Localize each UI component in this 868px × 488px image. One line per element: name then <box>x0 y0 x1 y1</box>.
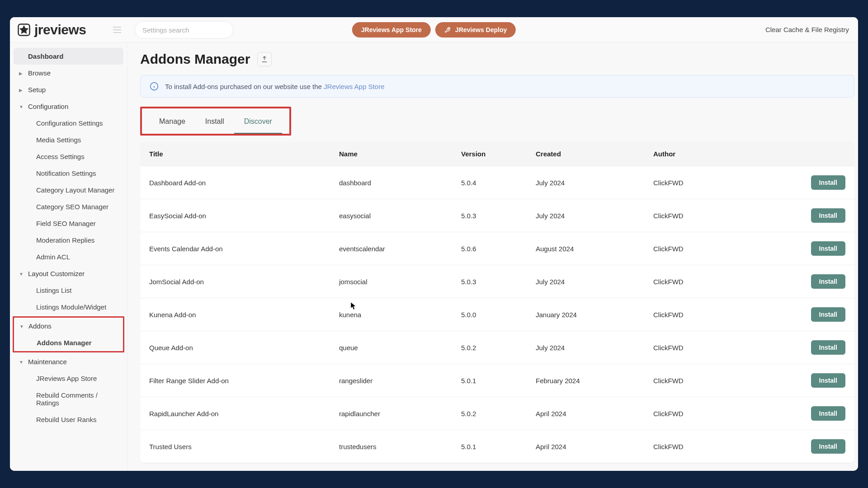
cell-name: rapidlauncher <box>339 410 461 418</box>
cell-action: Install <box>753 340 845 355</box>
cell-action: Install <box>753 307 845 322</box>
info-banner: To install Add-ons purchased on our webs… <box>140 75 854 98</box>
app-window: jreviews JReviews App Store JReviews Dep… <box>10 17 858 471</box>
sidebar-item-jreviews-app-store[interactable]: JReviews App Store <box>14 370 123 387</box>
sidebar-item-field-seo-manager[interactable]: Field SEO Manager <box>14 215 123 232</box>
cell-action: Install <box>753 406 845 421</box>
upload-button[interactable] <box>257 52 272 66</box>
svg-point-1 <box>448 28 449 29</box>
cell-version: 5.0.2 <box>461 344 536 352</box>
sidebar-item-configuration[interactable]: Configuration <box>14 98 123 115</box>
cell-version: 5.0.3 <box>461 278 536 286</box>
table-row: Dashboard Add-on dashboard 5.0.4 July 20… <box>140 166 854 199</box>
sidebar-item-listings-list[interactable]: Listings List <box>14 282 123 299</box>
table-row: Trusted Users trustedusers 5.0.1 April 2… <box>140 430 854 463</box>
cell-created: July 2024 <box>536 344 653 352</box>
cell-created: January 2024 <box>536 311 653 319</box>
table-row: RapidLauncher Add-on rapidlauncher 5.0.2… <box>140 397 854 430</box>
sidebar-item-rebuild-user-ranks[interactable]: Rebuild User Ranks <box>14 411 123 428</box>
app-store-label: JReviews App Store <box>361 26 422 33</box>
cell-title: Filter Range Slider Add-on <box>149 377 339 385</box>
install-button[interactable]: Install <box>811 340 845 355</box>
sidebar-item-media-settings[interactable]: Media Settings <box>14 131 123 148</box>
install-button[interactable]: Install <box>811 274 845 289</box>
install-button[interactable]: Install <box>811 175 845 190</box>
body: Dashboard Browse Setup Configuration Con… <box>10 42 858 471</box>
install-button[interactable]: Install <box>811 406 845 421</box>
cell-author: ClickFWD <box>653 212 753 220</box>
install-button[interactable]: Install <box>811 208 845 223</box>
brand-logo[interactable]: jreviews <box>17 22 86 38</box>
clear-cache-link[interactable]: Clear Cache & File Registry <box>765 26 849 33</box>
cell-author: ClickFWD <box>653 179 753 187</box>
chevron-right-icon <box>19 70 23 75</box>
cell-created: July 2024 <box>536 278 653 286</box>
cell-created: April 2024 <box>536 443 653 450</box>
sidebar-item-layout-customizer[interactable]: Layout Customizer <box>14 265 123 282</box>
sidebar-item-admin-acl[interactable]: Admin ACL <box>14 249 123 265</box>
sidebar-item-browse[interactable]: Browse <box>14 65 123 81</box>
sidebar-item-rebuild-comments-ratings[interactable]: Rebuild Comments / Ratings <box>14 387 123 411</box>
cell-name: kunena <box>339 311 461 319</box>
tab-discover[interactable]: Discover <box>234 113 282 134</box>
highlight-tabs-box: Manage Install Discover <box>140 107 291 136</box>
cell-action: Install <box>753 439 845 454</box>
sidebar-item-addons[interactable]: Addons <box>14 318 123 334</box>
cell-created: July 2024 <box>536 212 653 220</box>
install-button[interactable]: Install <box>811 373 845 388</box>
cell-name: easysocial <box>339 212 461 220</box>
page-header: Addons Manager <box>140 52 858 67</box>
cell-name: queue <box>339 344 461 352</box>
cell-name: jomsocial <box>339 278 461 286</box>
th-version: Version <box>461 150 536 158</box>
chevron-right-icon <box>19 87 23 92</box>
cell-author: ClickFWD <box>653 410 753 418</box>
sidebar-item-addons-manager[interactable]: Addons Manager <box>14 334 123 351</box>
cell-version: 5.0.1 <box>461 377 536 385</box>
tab-manage[interactable]: Manage <box>149 113 195 134</box>
chevron-down-icon <box>19 324 24 328</box>
sidebar-item-configuration-settings[interactable]: Configuration Settings <box>14 115 123 131</box>
cell-created: August 2024 <box>536 245 653 253</box>
sidebar-item-notification-settings[interactable]: Notification Settings <box>14 165 123 182</box>
cell-title: RapidLauncher Add-on <box>149 410 339 418</box>
sidebar: Dashboard Browse Setup Configuration Con… <box>10 42 127 471</box>
brand-text: jreviews <box>34 22 86 38</box>
app-store-button[interactable]: JReviews App Store <box>352 22 431 38</box>
cell-action: Install <box>753 175 845 190</box>
cell-version: 5.0.2 <box>461 410 536 418</box>
sidebar-item-category-layout-manager[interactable]: Category Layout Manager <box>14 182 123 198</box>
cell-name: eventscalendar <box>339 245 461 253</box>
th-title: Title <box>149 150 339 158</box>
sidebar-item-access-settings[interactable]: Access Settings <box>14 148 123 165</box>
hamburger-icon[interactable] <box>113 27 121 33</box>
cell-version: 5.0.3 <box>461 212 536 220</box>
install-button[interactable]: Install <box>811 439 845 454</box>
star-icon <box>17 23 31 37</box>
install-button[interactable]: Install <box>811 241 845 256</box>
cell-version: 5.0.4 <box>461 179 536 187</box>
sidebar-item-maintenance[interactable]: Maintenance <box>14 353 123 370</box>
info-icon <box>150 82 159 91</box>
info-banner-link[interactable]: JReviews App Store <box>324 83 384 90</box>
search-input[interactable] <box>135 21 233 38</box>
cell-title: Dashboard Add-on <box>149 179 339 187</box>
deploy-button[interactable]: JReviews Deploy <box>435 22 516 38</box>
cell-created: February 2024 <box>536 377 653 385</box>
table-row: Queue Add-on queue 5.0.2 July 2024 Click… <box>140 331 854 364</box>
sidebar-item-moderation-replies[interactable]: Moderation Replies <box>14 232 123 249</box>
cell-author: ClickFWD <box>653 344 753 352</box>
main-content: Addons Manager To install Add-ons purcha… <box>127 42 858 471</box>
sidebar-item-category-seo-manager[interactable]: Category SEO Manager <box>14 198 123 215</box>
cell-title: Queue Add-on <box>149 344 339 352</box>
cell-version: 5.0.1 <box>461 443 536 450</box>
sidebar-item-listings-module-widget[interactable]: Listings Module/Widget <box>14 299 123 315</box>
install-button[interactable]: Install <box>811 307 845 322</box>
topbar: jreviews JReviews App Store JReviews Dep… <box>10 17 858 42</box>
addons-table: Title Name Version Created Author Dashbo… <box>140 142 854 463</box>
sidebar-item-setup[interactable]: Setup <box>14 81 123 98</box>
sidebar-item-dashboard[interactable]: Dashboard <box>14 48 123 65</box>
page-title: Addons Manager <box>140 52 250 67</box>
tab-install[interactable]: Install <box>195 113 234 134</box>
table-row: Filter Range Slider Add-on rangeslider 5… <box>140 364 854 397</box>
